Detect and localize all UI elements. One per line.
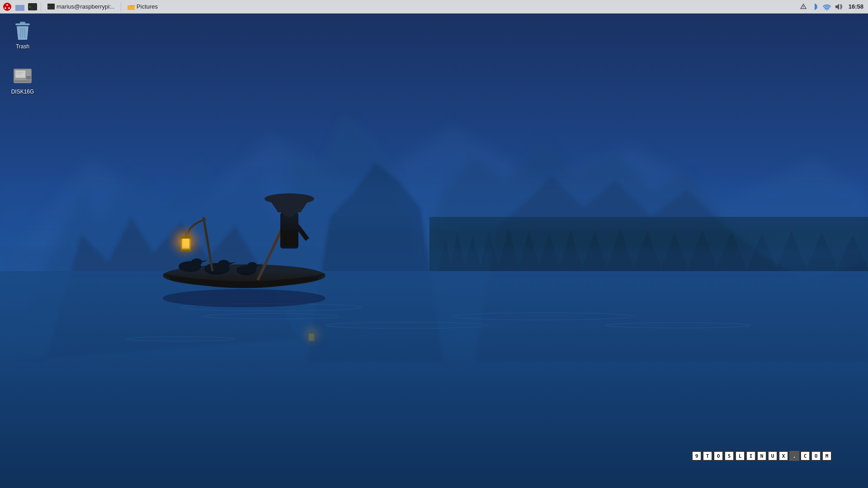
wm-dot-1: . — [789, 451, 799, 461]
pictures-folder-label: Pictures — [137, 3, 158, 10]
taskbar-left: >_ >_ marius@raspberrypi:.. Pictures — [0, 1, 799, 12]
taskbar-separator-2 — [121, 2, 121, 11]
volume-icon[interactable] — [834, 2, 843, 11]
notify-icon[interactable] — [799, 2, 808, 11]
svg-text:>_: >_ — [29, 5, 33, 9]
user-terminal-taskbar-btn[interactable]: >_ marius@raspberrypi:.. — [44, 1, 118, 12]
svg-rect-86 — [26, 76, 31, 80]
svg-rect-82 — [16, 23, 29, 24]
raspi-menu-button[interactable] — [2, 1, 13, 12]
watermark: 9 T O 5 L I N U X . C O M — [692, 451, 832, 461]
svg-marker-76 — [835, 4, 839, 10]
wm-char-C: C — [800, 451, 810, 461]
svg-line-79 — [20, 28, 21, 38]
file-manager-button[interactable] — [14, 1, 25, 12]
disk16g-icon-image — [12, 65, 33, 87]
wm-char-M: M — [822, 451, 832, 461]
svg-rect-89 — [14, 80, 31, 82]
terminal-button[interactable]: >_ — [27, 1, 38, 12]
taskbar-right: 16:58 — [799, 2, 868, 11]
bluetooth-icon[interactable] — [811, 2, 820, 11]
trash-icon[interactable]: Trash — [5, 18, 41, 52]
wm-char-I: I — [746, 451, 756, 461]
svg-rect-65 — [15, 6, 24, 11]
disk16g-icon[interactable]: DISK16G — [5, 63, 41, 98]
wm-char-U: U — [768, 451, 778, 461]
disk16g-label: DISK16G — [11, 89, 34, 96]
svg-point-63 — [8, 7, 10, 9]
wm-char-5: 5 — [724, 451, 734, 461]
svg-line-81 — [24, 28, 25, 38]
wm-char-O2: O — [811, 451, 821, 461]
wm-char-N: N — [757, 451, 767, 461]
wm-char-T: T — [703, 451, 712, 461]
wifi-icon[interactable] — [822, 2, 831, 11]
trash-icon-image — [12, 20, 33, 42]
svg-point-61 — [6, 4, 8, 6]
desktop: Trash DISK16G — [0, 14, 868, 488]
wm-char-O: O — [713, 451, 723, 461]
wm-char-L: L — [735, 451, 745, 461]
taskbar-separator-1 — [41, 2, 41, 11]
clock: 16:58 — [846, 3, 863, 10]
svg-point-75 — [826, 9, 827, 10]
svg-text:>_: >_ — [48, 5, 52, 9]
svg-point-60 — [3, 3, 11, 11]
svg-point-62 — [5, 7, 6, 9]
svg-rect-71 — [127, 6, 135, 10]
pictures-folder-btn[interactable]: Pictures — [124, 1, 161, 12]
user-terminal-label: marius@raspberrypi:.. — [57, 3, 114, 10]
wm-char-9: 9 — [692, 451, 702, 461]
wm-char-X: X — [778, 451, 788, 461]
svg-point-74 — [803, 8, 803, 8]
taskbar: >_ >_ marius@raspberrypi:.. Pictures — [0, 0, 868, 14]
trash-label: Trash — [16, 43, 29, 51]
